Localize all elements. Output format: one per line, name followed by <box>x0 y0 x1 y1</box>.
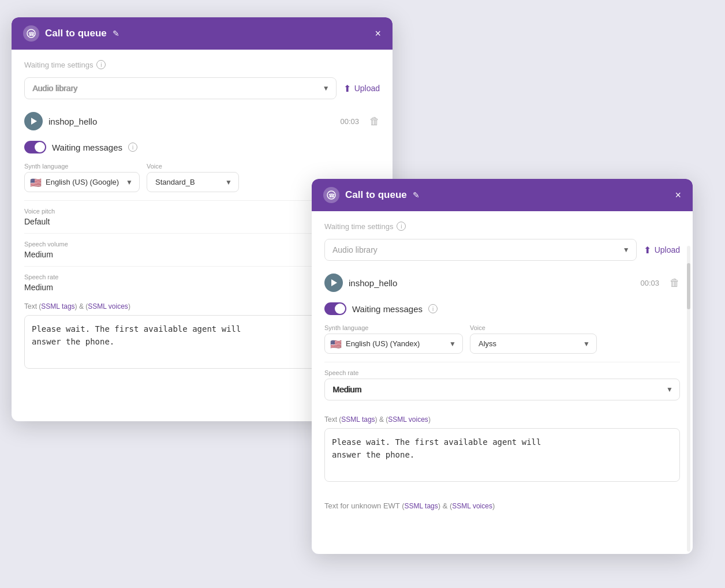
ssml-voices-link-2[interactable]: SSML voices <box>388 415 428 424</box>
audio-library-row-2: ▼ Audio library ⬆ Upload <box>324 239 680 261</box>
voice-select-wrapper-1: Standard_B ▼ <box>147 172 239 192</box>
waiting-messages-info-icon-2[interactable]: i <box>428 304 438 313</box>
speech-rate-section-2: Speech rate Medium ▼ Medium <box>324 362 680 407</box>
modal-header-left-1: ☎ Call to queue ✎ <box>23 25 119 42</box>
voice-select-1[interactable]: Standard_B <box>147 172 239 192</box>
svg-text:☎: ☎ <box>328 193 335 199</box>
speech-rate-select-wrapper-2: Medium ▼ Medium <box>324 379 680 400</box>
waiting-time-label-1: Waiting time settings <box>24 61 93 69</box>
waiting-messages-toggle-1[interactable] <box>24 141 46 153</box>
delete-audio-icon-2[interactable]: 🗑 <box>670 277 680 289</box>
toggle-knob-1 <box>35 142 45 152</box>
modal-header-1: ☎ Call to queue ✎ × <box>12 17 393 50</box>
close-button-2[interactable]: × <box>675 190 681 200</box>
ewt-label-text-2: Text for unknown EWT <box>324 501 400 510</box>
upload-button-2[interactable]: ⬆ Upload <box>644 245 680 256</box>
synth-language-select-1[interactable]: English (US) (Google) <box>24 172 140 192</box>
voice-select-2[interactable]: Alyss <box>470 334 597 354</box>
modal-title-2: Call to queue <box>345 189 407 201</box>
waiting-time-info-icon-2[interactable]: i <box>397 222 406 231</box>
waiting-messages-info-icon-1[interactable]: i <box>128 143 137 152</box>
audio-library-row-1: Audio library ▼ Audio library ⬆ Upload <box>24 77 380 99</box>
synth-language-group-1: Synth language 🇺🇸 English (US) (Google) … <box>24 163 140 192</box>
modal-header-left-2: ☎ Call to queue ✎ <box>323 187 420 203</box>
scrollbar-2[interactable] <box>687 246 690 552</box>
ssml-voices-link-1[interactable]: SSML voices <box>88 302 128 310</box>
play-button-1[interactable] <box>24 112 43 130</box>
ewt-label-2: Text for unknown EWT (SSML tags) & (SSML… <box>324 501 495 510</box>
delete-audio-icon-1[interactable]: 🗑 <box>369 115 380 128</box>
speech-rate-label-2: Speech rate <box>324 369 680 376</box>
voice-group-2: Voice Alyss ▼ <box>470 324 597 354</box>
waiting-messages-label-1: Waiting messages <box>52 143 122 152</box>
waiting-messages-row-2: Waiting messages i <box>324 302 680 315</box>
ssml-tags-link-2[interactable]: SSML tags <box>341 415 375 424</box>
modal-call-to-queue-2: ☎ Call to queue ✎ × Waiting time setting… <box>312 179 693 554</box>
audio-file-row-1: inshop_hello 00:03 🗑 <box>24 107 380 135</box>
audio-library-select-wrapper-1: Audio library ▼ Audio library <box>24 77 337 99</box>
waiting-time-section-2: Waiting time settings i <box>324 222 680 231</box>
upload-button-1[interactable]: ⬆ Upload <box>343 83 380 94</box>
text-section-label-2: Text (SSML tags) & (SSML voices) <box>324 415 680 424</box>
upload-icon-1: ⬆ <box>343 83 351 94</box>
upload-label-2: Upload <box>655 245 680 254</box>
toggle-knob-2 <box>335 304 345 314</box>
queue-icon-1: ☎ <box>23 25 39 42</box>
play-button-2[interactable] <box>324 274 343 292</box>
scrollbar-thumb-2 <box>687 263 690 309</box>
waiting-messages-label-2: Waiting messages <box>352 304 423 314</box>
synth-language-select-wrapper-1: 🇺🇸 English (US) (Google) ▼ <box>24 172 140 192</box>
waiting-time-label-2: Waiting time settings <box>324 222 393 231</box>
text-area-2[interactable] <box>324 428 680 482</box>
play-icon-1 <box>31 118 37 125</box>
synth-language-label-2: Synth language <box>324 324 463 331</box>
text-label-2: Text <box>324 415 337 424</box>
modal-header-2: ☎ Call to queue ✎ × <box>312 179 693 211</box>
waiting-time-section-1: Waiting time settings i <box>24 60 380 69</box>
edit-icon-1[interactable]: ✎ <box>113 29 119 38</box>
audio-duration-1: 00:03 <box>340 117 359 126</box>
waiting-time-info-icon-1[interactable]: i <box>96 60 106 69</box>
audio-library-select-2[interactable] <box>324 239 637 261</box>
text-label-1: Text <box>24 302 37 310</box>
upload-label-1: Upload <box>354 84 380 93</box>
synth-language-select-2[interactable]: English (US) (Yandex) <box>324 334 463 354</box>
queue-icon-2: ☎ <box>323 187 339 203</box>
speech-rate-select-2[interactable]: Medium <box>324 379 680 400</box>
svg-text:☎: ☎ <box>28 31 35 37</box>
audio-filename-2: inshop_hello <box>349 278 634 288</box>
modal-title-1: Call to queue <box>45 28 107 39</box>
voice-label-2: Voice <box>470 324 597 331</box>
voice-group-1: Voice Standard_B ▼ <box>147 163 239 192</box>
voice-label-1: Voice <box>147 163 239 170</box>
synth-voice-row-2: Synth language 🇺🇸 English (US) (Yandex) … <box>324 324 680 354</box>
waiting-messages-row-1: Waiting messages i <box>24 141 380 153</box>
close-button-1[interactable]: × <box>375 28 381 39</box>
audio-file-row-2: inshop_hello 00:03 🗑 <box>324 269 680 297</box>
modal-body-2: Waiting time settings i ▼ Audio library … <box>312 211 693 554</box>
audio-filename-1: inshop_hello <box>48 117 334 126</box>
audio-duration-2: 00:03 <box>640 279 659 287</box>
ewt-section-2: Text for unknown EWT (SSML tags) & (SSML… <box>324 492 680 513</box>
ewt-ssml-voices-link-2[interactable]: SSML voices <box>452 502 492 510</box>
synth-language-label-1: Synth language <box>24 163 140 170</box>
ewt-ssml-tags-link-2[interactable]: SSML tags <box>405 502 438 510</box>
text-section-2: Text (SSML tags) & (SSML voices) <box>324 415 680 484</box>
synth-language-select-wrapper-2: 🇺🇸 English (US) (Yandex) ▼ <box>324 334 463 354</box>
upload-icon-2: ⬆ <box>644 245 651 256</box>
edit-icon-2[interactable]: ✎ <box>413 190 420 200</box>
audio-library-select-1[interactable]: Audio library <box>24 77 337 99</box>
voice-select-wrapper-2: Alyss ▼ <box>470 334 597 354</box>
play-icon-2 <box>331 279 337 286</box>
ssml-tags-link-1[interactable]: SSML tags <box>41 302 74 310</box>
synth-language-group-2: Synth language 🇺🇸 English (US) (Yandex) … <box>324 324 463 354</box>
audio-library-select-wrapper-2: ▼ Audio library <box>324 239 637 261</box>
waiting-messages-toggle-2[interactable] <box>324 302 346 315</box>
